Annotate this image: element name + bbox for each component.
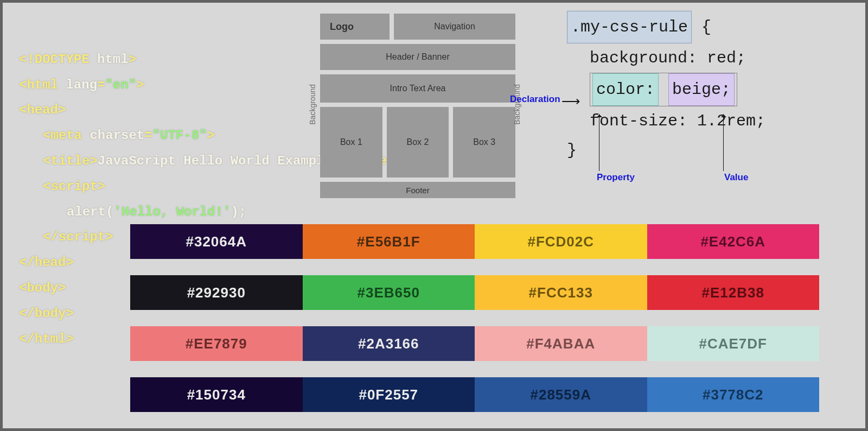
declaration-label: Declaration <box>510 94 560 105</box>
color-swatch: #32064A <box>130 224 303 259</box>
code-line: <head> <box>19 103 66 117</box>
wire-box-2: Box 2 <box>387 107 449 178</box>
css-decl-color: color: beige; <box>567 73 765 106</box>
color-swatch: #FCC133 <box>475 275 647 310</box>
color-swatch: #CAE7DF <box>647 326 820 361</box>
background-label-left: Background <box>308 84 317 125</box>
code-line: <!DOCTYPE html> <box>19 52 136 67</box>
color-swatch: #292930 <box>130 275 303 310</box>
value-label: Value <box>724 172 748 183</box>
color-swatch: #E12B38 <box>647 275 820 310</box>
wire-footer: Footer <box>320 182 515 198</box>
code-line: <html lang="en"> <box>19 78 144 92</box>
css-decl-bg: background: red; <box>567 43 765 73</box>
color-swatch: #0F2557 <box>303 377 475 412</box>
wire-navigation: Navigation <box>394 14 515 40</box>
color-swatch: #3778C2 <box>647 377 820 412</box>
color-swatch: #28559A <box>475 377 647 412</box>
color-swatch: #2A3166 <box>303 326 475 361</box>
property-label: Property <box>597 172 635 183</box>
color-swatch: #E42C6A <box>647 224 820 259</box>
code-line: alert('Hello, World!'); <box>19 200 246 225</box>
wire-box-1: Box 1 <box>320 107 382 178</box>
palette-row: #32064A#E56B1F#FCD02C#E42C6A <box>130 224 819 259</box>
color-swatch: #F4ABAA <box>475 326 647 361</box>
color-palettes: #32064A#E56B1F#FCD02C#E42C6A#292930#3EB6… <box>130 224 819 428</box>
color-swatch: #E56B1F <box>303 224 475 259</box>
css-close: } <box>567 141 577 160</box>
code-line: </body> <box>19 306 74 321</box>
wire-header: Header / Banner <box>320 44 515 70</box>
wire-intro: Intro Text Area <box>320 74 515 103</box>
color-swatch: #FCD02C <box>475 224 647 259</box>
wire-box-3: Box 3 <box>453 107 515 178</box>
code-line: </html> <box>19 332 74 346</box>
code-line: <script> <box>19 174 105 200</box>
palette-row: #292930#3EB650#FCC133#E12B38 <box>130 275 819 310</box>
code-line: </script> <box>19 225 113 250</box>
code-line: <meta charset="UTF-8"> <box>19 123 215 149</box>
color-swatch: #3EB650 <box>303 275 475 310</box>
color-swatch: #EE7879 <box>130 326 303 361</box>
code-line: </head> <box>19 255 74 270</box>
wire-logo: Logo <box>320 14 390 40</box>
css-rule-diagram: .my-css-rule { background: red; color: b… <box>567 11 765 165</box>
css-decl-fontsize: font-size: 1.2rem; <box>567 106 765 136</box>
code-line: <body> <box>19 281 66 295</box>
color-swatch: #150734 <box>130 377 303 412</box>
palette-row: #150734#0F2557#28559A#3778C2 <box>130 377 819 412</box>
css-selector: .my-css-rule { <box>567 18 711 36</box>
layout-wireframe: Background Background Logo Navigation He… <box>320 14 515 202</box>
palette-row: #EE7879#2A3166#F4ABAA#CAE7DF <box>130 326 819 361</box>
